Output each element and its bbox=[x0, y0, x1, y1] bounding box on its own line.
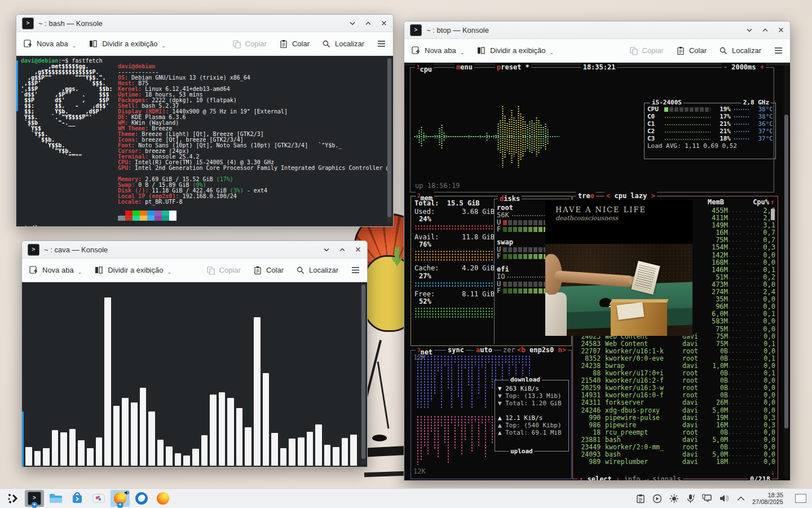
task-firefox-active[interactable]: + bbox=[111, 490, 130, 507]
cava-bar bbox=[69, 429, 76, 466]
mem-meter bbox=[414, 307, 495, 318]
copy-button[interactable]: Copiar bbox=[232, 40, 267, 49]
close-button[interactable] bbox=[381, 20, 387, 27]
split-view-button[interactable]: Dividir a exibição⌄ bbox=[476, 46, 554, 55]
hamburger-menu-button[interactable] bbox=[377, 40, 386, 48]
process-row[interactable]: 24583Web Contentdavi75M.... ....0,1 bbox=[575, 340, 775, 348]
cava-bar bbox=[254, 317, 261, 466]
download-column bbox=[444, 355, 446, 366]
hamburger-menu-button[interactable] bbox=[351, 266, 360, 274]
proc-scrollbar-thumb[interactable] bbox=[771, 209, 775, 220]
new-tab-button[interactable]: Nova aba⌄ bbox=[411, 46, 464, 55]
find-button[interactable]: Localizar bbox=[719, 46, 761, 55]
titlebar-btop[interactable]: > ~ : btop — Konsole bbox=[404, 21, 790, 39]
find-button[interactable]: Localizar bbox=[296, 266, 338, 275]
cpu-box-title[interactable]: 1cpu bbox=[415, 63, 434, 73]
find-button[interactable]: Localizar bbox=[322, 40, 364, 49]
task-media-app[interactable] bbox=[89, 490, 108, 507]
process-row[interactable]: 989wireplumberdavi18M.... ....0,0 bbox=[575, 458, 775, 466]
app-launcher-button[interactable] bbox=[3, 490, 23, 507]
mem-meter bbox=[414, 282, 495, 287]
tray-expander-icon[interactable] bbox=[737, 496, 745, 501]
upload-column bbox=[440, 415, 443, 427]
hamburger-menu-button[interactable] bbox=[774, 46, 783, 55]
paste-button[interactable]: Colar bbox=[253, 266, 284, 275]
media-player-tray-icon[interactable] bbox=[652, 494, 662, 503]
process-row[interactable]: 986pipewiredavi16M.... ....0,3 bbox=[575, 422, 775, 429]
proc-footer-keys[interactable]: ↑ select ↓ info ↵ signals bbox=[577, 475, 683, 480]
window-bash: > ~ : bash — Konsole Nova aba⌄ Dividir a… bbox=[16, 14, 394, 227]
terminal-cava[interactable] bbox=[22, 282, 367, 467]
task-firefox[interactable] bbox=[153, 490, 173, 507]
net-auto-option[interactable]: auto bbox=[474, 346, 494, 354]
close-button[interactable] bbox=[355, 246, 361, 253]
close-button[interactable] bbox=[778, 27, 784, 33]
album-art: HAVE A NICE LIFE deathconsciousness bbox=[545, 200, 692, 336]
task-discover[interactable] bbox=[68, 490, 87, 507]
split-view-button[interactable]: Dividir a exibição⌄ bbox=[94, 265, 171, 275]
konsole-icon: > bbox=[410, 24, 422, 36]
maximize-button[interactable] bbox=[365, 20, 372, 27]
terminal-bash[interactable]: davi@debian:~$ fastfetch _,met$$$$$gg. ,… bbox=[16, 56, 393, 226]
net-interface[interactable]: <b enp2s0 n> bbox=[515, 346, 568, 354]
scrollbar-thumb[interactable] bbox=[361, 284, 365, 459]
digital-clock[interactable]: 18:35 27/08/2025 bbox=[752, 492, 783, 505]
task-dolphin[interactable] bbox=[46, 490, 65, 507]
new-tab-button[interactable]: Nova aba⌄ bbox=[29, 265, 82, 275]
paste-icon bbox=[253, 266, 262, 275]
minimize-button[interactable] bbox=[746, 27, 753, 33]
wallpaper-art-line bbox=[377, 362, 390, 429]
menu-button[interactable]: menu bbox=[454, 63, 474, 71]
process-row[interactable]: 22707kworker/u16:1-kroot0B.... ....0,0 bbox=[575, 348, 775, 355]
clipboard-tray-icon[interactable] bbox=[636, 494, 645, 503]
cava-bar bbox=[43, 448, 50, 466]
download-column bbox=[488, 355, 490, 364]
scrollbar[interactable] bbox=[387, 58, 392, 224]
paste-icon bbox=[676, 46, 685, 55]
mem-section-pct: 76% bbox=[414, 241, 495, 248]
cava-bar bbox=[96, 437, 103, 466]
cava-bar bbox=[87, 448, 94, 466]
titlebar-cava[interactable]: > ~ : cava — Konsole bbox=[22, 241, 367, 259]
copy-button[interactable]: Copiar bbox=[629, 46, 664, 55]
minimize-button[interactable] bbox=[349, 20, 356, 27]
upload-column bbox=[491, 415, 493, 444]
paste-button[interactable]: Colar bbox=[279, 40, 310, 49]
scrollbar-thumb[interactable] bbox=[387, 58, 391, 217]
volume-tray-icon[interactable] bbox=[720, 494, 730, 503]
download-stat: ▼ Top: (13.3 Mib) bbox=[498, 392, 562, 400]
process-row[interactable]: 8352kworker/0:0-everoot0B.... ....0,1 bbox=[575, 355, 775, 362]
upload-column bbox=[454, 415, 456, 449]
process-row[interactable]: 990pipewire-pulsedavi19M.... ....0,3 bbox=[575, 414, 775, 422]
process-row[interactable]: 24246xdg-dbus-proxydavi5,0M.... ....0,0 bbox=[575, 407, 775, 414]
scrollbar[interactable] bbox=[361, 284, 366, 465]
task-konsole[interactable]: > + bbox=[25, 490, 44, 507]
cava-bar bbox=[201, 435, 208, 466]
scrollbar-thumb[interactable] bbox=[784, 115, 788, 428]
network-tray-icon[interactable] bbox=[702, 494, 712, 503]
new-tab-button[interactable]: Nova aba⌄ bbox=[23, 39, 76, 49]
task-zen-browser[interactable] bbox=[132, 490, 151, 507]
process-row[interactable]: 24311forkserverdavi26M.... ....0,0 bbox=[575, 399, 775, 406]
hamburger-icon bbox=[377, 40, 386, 48]
terminal-btop[interactable]: 1cpu menu preset * 18:35:21 - 2000ms + u… bbox=[404, 63, 790, 480]
maximize-button[interactable] bbox=[339, 246, 346, 253]
window-title: ~ : cava — Konsole bbox=[44, 246, 108, 254]
brightness-tray-icon[interactable] bbox=[669, 494, 679, 503]
net-sync-option[interactable]: sync bbox=[446, 346, 466, 354]
minimize-button[interactable] bbox=[323, 246, 330, 253]
process-row[interactable]: 18rcu_preemptroot0B.... ....0,0 bbox=[575, 429, 775, 436]
update-interval[interactable]: - 2000ms + bbox=[722, 63, 766, 71]
scrollbar[interactable] bbox=[784, 65, 789, 478]
split-view-button[interactable]: Dividir a exibição⌄ bbox=[89, 39, 166, 49]
copy-button[interactable]: Copiar bbox=[206, 266, 241, 275]
cava-bar bbox=[307, 432, 314, 466]
titlebar-bash[interactable]: > ~ : bash — Konsole bbox=[16, 15, 393, 32]
audio-playing-badge bbox=[124, 490, 130, 497]
microphone-tray-icon[interactable] bbox=[686, 494, 695, 503]
show-desktop-button[interactable] bbox=[795, 494, 806, 503]
paste-button[interactable]: Colar bbox=[676, 46, 707, 55]
maximize-button[interactable] bbox=[762, 27, 769, 33]
preset-button[interactable]: preset * bbox=[495, 63, 531, 71]
upload-column bbox=[461, 415, 463, 455]
